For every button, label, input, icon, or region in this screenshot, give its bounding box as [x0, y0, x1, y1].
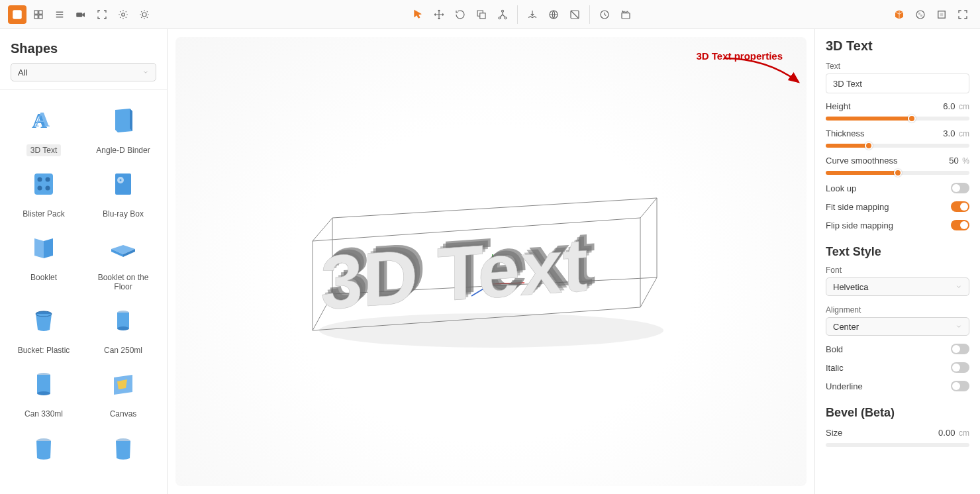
hierarchy-icon[interactable]: [493, 5, 512, 24]
shape-item-angle-d-binder[interactable]: Angle-D Binder: [86, 101, 160, 156]
bold-toggle[interactable]: [951, 344, 969, 354]
text-field-label: Text: [826, 62, 969, 71]
ground-icon[interactable]: [523, 5, 542, 24]
svg-rect-4: [39, 15, 42, 18]
svg-point-6: [122, 13, 125, 16]
svg-rect-1: [34, 11, 38, 14]
slider-value: 3.0: [943, 128, 955, 138]
shape-item-bucket-plastic[interactable]: Bucket: Plastic: [7, 301, 81, 356]
shape-thumb-icon: [103, 428, 143, 468]
camera-icon[interactable]: [72, 5, 90, 24]
svg-rect-26: [115, 173, 131, 195]
svg-rect-32: [117, 313, 129, 328]
shapes-panel-title: Shapes: [0, 29, 167, 63]
shape-item-label: Blu-ray Box: [99, 208, 148, 220]
thickness-slider[interactable]: Thickness3.0 cm: [826, 128, 969, 148]
shape-item-can-330ml[interactable]: Can 330ml: [7, 364, 81, 420]
focus-icon[interactable]: [93, 5, 111, 24]
shape-item-label: Booklet: [26, 272, 61, 283]
checker-icon[interactable]: [911, 5, 930, 24]
shape-item-can-250ml[interactable]: Can 250ml: [86, 301, 160, 356]
shapes-filter-select[interactable]: All: [11, 63, 156, 81]
annotation-arrow-icon: [720, 50, 813, 103]
shapes-filter-value: All: [18, 68, 27, 77]
text-input[interactable]: [826, 74, 969, 93]
shape-item-booklet[interactable]: Booklet: [7, 228, 81, 293]
move-tool-icon[interactable]: [430, 5, 448, 24]
svg-point-36: [37, 391, 50, 395]
shape-thumb-icon: [103, 164, 143, 204]
top-toolbar: [0, 0, 980, 29]
svg-point-7: [142, 13, 146, 17]
look-up-toggle[interactable]: [951, 183, 969, 193]
shape-item-booklet-on-the-floor[interactable]: Booklet on the Floor: [86, 228, 160, 293]
fit-side-mapping-toggle-row: Fit side mapping: [826, 201, 969, 212]
chevron-down-icon: [142, 69, 149, 75]
frame-icon[interactable]: [932, 5, 951, 24]
add-button[interactable]: [8, 5, 26, 24]
rotate-tool-icon[interactable]: [451, 5, 469, 24]
viewport[interactable]: 3D Text properties: [168, 29, 814, 494]
chevron-down-icon: [956, 283, 962, 290]
svg-rect-3: [34, 15, 38, 18]
shapes-grid: AA3D TextAngle-D BinderBlister PackBlu-r…: [0, 89, 167, 494]
fullscreen-icon[interactable]: [954, 5, 972, 24]
bevel-size-slider[interactable]: Size 0.00 cm: [826, 428, 969, 447]
shape-item-label: Angle-D Binder: [92, 144, 154, 156]
font-select[interactable]: Helvetica: [826, 277, 969, 296]
shape-thumb-icon: [103, 301, 143, 340]
bold-toggle-row: Bold: [826, 344, 969, 354]
shape-item-3d-text[interactable]: AA3D Text: [7, 101, 81, 156]
bevel-section-title: Bevel (Beta): [826, 406, 969, 420]
svg-point-9: [502, 10, 504, 12]
clapper-icon[interactable]: [616, 5, 635, 24]
shape-thumb-icon: [24, 364, 64, 404]
history-icon[interactable]: [595, 5, 614, 24]
shape-item-label: Blister Pack: [19, 208, 68, 220]
sun-icon[interactable]: [135, 5, 154, 24]
layer-icon[interactable]: [565, 5, 584, 24]
svg-point-11: [505, 17, 507, 19]
height-slider[interactable]: Height6.0 cm: [826, 101, 969, 121]
shape-thumb-icon: [24, 428, 64, 468]
select-tool-icon[interactable]: [409, 5, 427, 24]
shape-item-partial[interactable]: [86, 428, 160, 468]
shape-item-label: Can 330ml: [21, 408, 67, 420]
slider-value: 6.0: [943, 101, 955, 111]
toggle-label: Italic: [826, 363, 844, 373]
curve-smoothness-slider[interactable]: Curve smoothness50 %: [826, 156, 969, 175]
selected-object-3d-text[interactable]: 3D Text 3D Text 3D Text 3D Text: [286, 178, 697, 364]
shape-thumb-icon: [103, 101, 143, 140]
flip-side-mapping-toggle[interactable]: [951, 220, 969, 230]
shape-item-label: Bucket: Plastic: [14, 344, 74, 356]
svg-rect-18: [940, 13, 944, 16]
toggle-label: Underline: [826, 381, 863, 391]
shape-item-canvas[interactable]: Canvas: [86, 364, 160, 420]
shape-item-blister-pack[interactable]: Blister Pack: [7, 164, 81, 220]
svg-text:A: A: [34, 107, 50, 131]
gear-icon[interactable]: [114, 5, 132, 24]
shape-thumb-icon: [103, 228, 143, 268]
italic-toggle[interactable]: [951, 362, 969, 373]
shape-thumb-icon: [24, 301, 64, 340]
cube-icon[interactable]: [890, 5, 908, 24]
grid-icon[interactable]: [29, 5, 48, 24]
shape-item-partial[interactable]: [7, 428, 81, 468]
underline-toggle[interactable]: [951, 381, 969, 391]
fit-side-mapping-toggle[interactable]: [951, 201, 969, 212]
list-icon[interactable]: [50, 5, 69, 24]
italic-toggle-row: Italic: [826, 362, 969, 373]
toggle-label: Look up: [826, 183, 856, 193]
shape-item-blu-ray-box[interactable]: Blu-ray Box: [86, 164, 160, 220]
underline-toggle-row: Underline: [826, 381, 969, 391]
text-style-section-title: Text Style: [826, 245, 969, 259]
shape-thumb-icon: [24, 164, 64, 204]
globe-icon[interactable]: [544, 5, 563, 24]
slider-label: Thickness: [826, 128, 865, 138]
scale-tool-icon[interactable]: [472, 5, 491, 24]
alignment-select[interactable]: Center: [826, 317, 969, 336]
shape-thumb-icon: [103, 364, 143, 404]
shape-item-label: Canvas: [106, 408, 141, 420]
svg-point-23: [46, 177, 50, 182]
svg-point-33: [117, 326, 129, 330]
